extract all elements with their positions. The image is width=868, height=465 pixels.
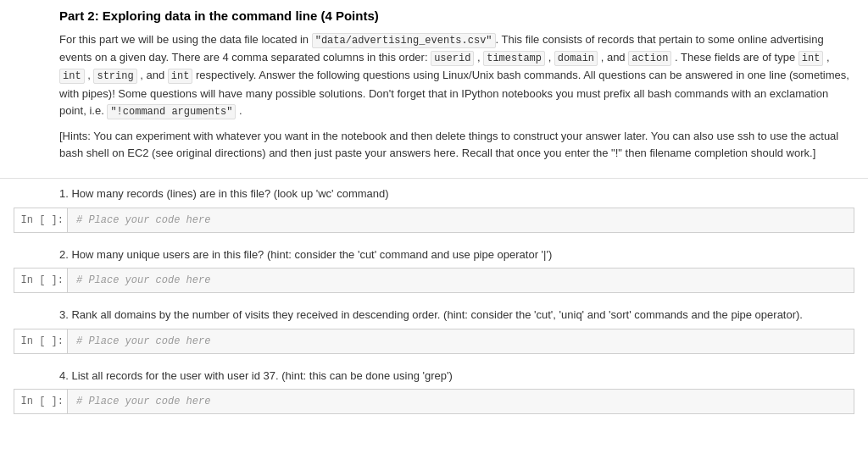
code-placeholder-3: # Place your code here — [76, 335, 210, 347]
intro-paragraph-1: For this part we will be using the data … — [59, 31, 854, 121]
question-3-text: 3. Rank all domains by the number of vis… — [59, 307, 854, 324]
cell-label-4: In [ ]: — [14, 390, 67, 413]
notebook-container: Part 2: Exploring data in the command li… — [0, 0, 868, 414]
section-title: Part 2: Exploring data in the command li… — [59, 8, 854, 23]
cell-label-1: In [ ]: — [14, 208, 67, 232]
code-cell-1[interactable]: In [ ]: # Place your code here — [14, 208, 854, 233]
code-placeholder-2: # Place your code here — [76, 274, 210, 286]
code-input-3[interactable]: # Place your code here — [67, 329, 854, 353]
inline-code-type-string: string — [93, 69, 136, 84]
question-2-text: 2. How many unique users are in this fil… — [59, 246, 854, 263]
intro-paragraph-2: [Hints: You can experiment with whatever… — [59, 128, 854, 163]
code-cell-3[interactable]: In [ ]: # Place your code here — [14, 329, 854, 354]
code-input-1[interactable]: # Place your code here — [67, 208, 854, 232]
code-input-2[interactable]: # Place your code here — [67, 268, 854, 292]
cell-label-3: In [ ]: — [14, 329, 67, 353]
inline-code-type-int2: int — [59, 69, 85, 84]
markdown-cell-intro: Part 2: Exploring data in the command li… — [0, 0, 868, 179]
question-cell-2: 2. How many unique users are in this fil… — [0, 240, 868, 267]
inline-code-timestamp: timestamp — [483, 51, 545, 66]
inline-code-filepath: "data/advertising_events.csv" — [312, 33, 496, 48]
cell-label-2: In [ ]: — [14, 268, 67, 292]
question-cell-4: 4. List all records for the user with us… — [0, 361, 868, 388]
inline-code-type-int1: int — [798, 51, 824, 66]
question-1-text: 1. How many records (lines) are in this … — [59, 185, 854, 202]
inline-code-exclamation: "!command arguments" — [107, 104, 236, 119]
question-cell-1: 1. How many records (lines) are in this … — [0, 179, 868, 206]
code-placeholder-4: # Place your code here — [76, 396, 210, 407]
inline-code-type-int3: int — [168, 69, 193, 84]
inline-code-userid: userid — [431, 51, 474, 66]
code-cell-2[interactable]: In [ ]: # Place your code here — [14, 268, 854, 293]
question-cell-3: 3. Rank all domains by the number of vis… — [0, 300, 868, 327]
inline-code-domain: domain — [554, 51, 598, 66]
question-4-text: 4. List all records for the user with us… — [59, 368, 854, 385]
code-placeholder-1: # Place your code here — [76, 214, 210, 226]
inline-code-action: action — [628, 51, 671, 66]
code-cell-4[interactable]: In [ ]: # Place your code here — [14, 389, 854, 414]
code-input-4[interactable]: # Place your code here — [67, 390, 854, 413]
